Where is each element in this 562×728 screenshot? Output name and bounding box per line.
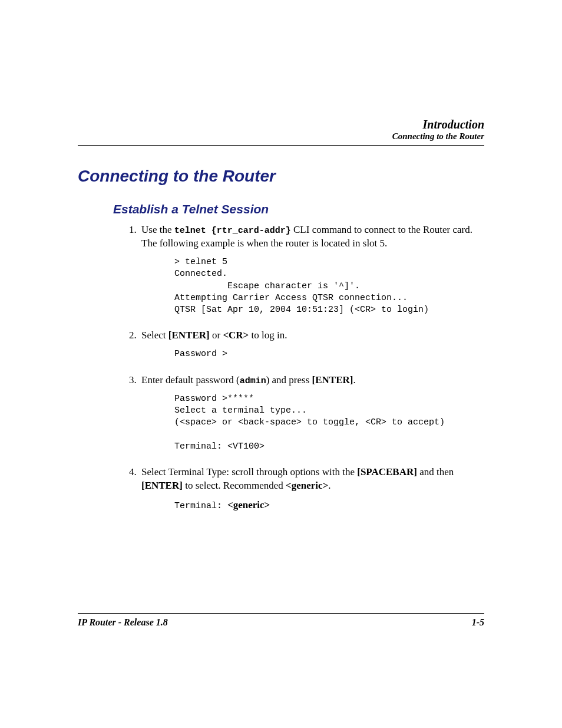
step-4-text-c: to select. Recommended bbox=[183, 480, 286, 491]
step-4-text-a: Select Terminal Type: scroll through opt… bbox=[141, 466, 357, 477]
header-chapter: Introduction bbox=[78, 118, 484, 131]
default-password: admin bbox=[240, 376, 266, 386]
step-3-text-b: ) and press bbox=[266, 374, 312, 386]
step-2-text-b: or bbox=[210, 330, 223, 341]
enter-key: [ENTER] bbox=[312, 374, 353, 386]
step-3-text-c: . bbox=[353, 374, 355, 386]
step-3-text-a: Enter default password ( bbox=[141, 374, 240, 386]
page-footer: IP Router - Release 1.8 1-5 bbox=[78, 613, 484, 628]
header-rule bbox=[78, 145, 484, 146]
page-subtitle: Establish a Telnet Session bbox=[113, 202, 484, 216]
page-title: Connecting to the Router bbox=[78, 167, 484, 186]
step-4-terminal: Terminal: <generic> bbox=[174, 499, 484, 512]
steps-list: Use the telnet {rtr_card-addr} CLI comma… bbox=[124, 223, 484, 512]
step-1-text-a: Use the bbox=[141, 224, 174, 235]
step-4-text-d: . bbox=[328, 480, 330, 491]
step-3-terminal: Password >***** Select a terminal type..… bbox=[174, 393, 484, 453]
step-2: Select [ENTER] or <CR> to log in. Passwo… bbox=[139, 329, 484, 360]
step-1: Use the telnet {rtr_card-addr} CLI comma… bbox=[139, 223, 484, 316]
step-1-command: telnet {rtr_card-addr} bbox=[174, 226, 291, 236]
recommended-terminal: <generic> bbox=[286, 480, 328, 491]
spacebar-key: [SPACEBAR] bbox=[357, 466, 417, 477]
step-4-text-b: and then bbox=[417, 466, 454, 477]
footer-rule bbox=[78, 613, 484, 614]
enter-key: [ENTER] bbox=[168, 330, 210, 341]
page: Introduction Connecting to the Router Co… bbox=[0, 0, 562, 728]
step-1-terminal: > telnet 5 Connected. Escape character i… bbox=[174, 256, 484, 316]
footer-line: IP Router - Release 1.8 1-5 bbox=[78, 617, 484, 628]
running-header: Introduction Connecting to the Router bbox=[78, 118, 484, 141]
cr-key: <CR> bbox=[223, 330, 249, 341]
enter-key: [ENTER] bbox=[141, 480, 183, 491]
header-section: Connecting to the Router bbox=[78, 131, 484, 141]
step-4: Select Terminal Type: scroll through opt… bbox=[139, 466, 484, 512]
step-2-text-c: to log in. bbox=[249, 330, 287, 341]
step-2-terminal: Password > bbox=[174, 348, 484, 360]
footer-page-number: 1-5 bbox=[472, 617, 484, 628]
step-3: Enter default password (admin) and press… bbox=[139, 374, 484, 453]
step-2-text-a: Select bbox=[141, 330, 168, 341]
footer-left: IP Router - Release 1.8 bbox=[78, 617, 168, 628]
